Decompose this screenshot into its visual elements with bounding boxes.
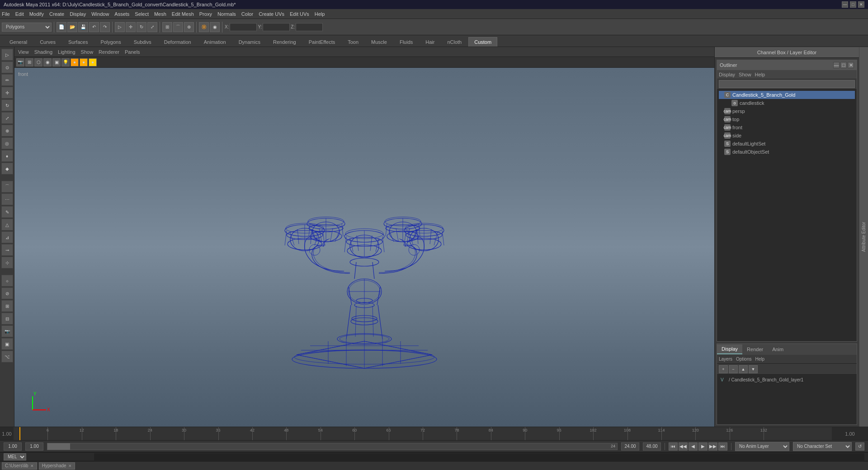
layer-delete-btn[interactable]: − <box>729 365 738 373</box>
redo-button[interactable]: ↷ <box>100 22 110 32</box>
layer-create-btn[interactable]: + <box>719 365 728 373</box>
tab-subdivs[interactable]: Subdivs <box>128 37 157 47</box>
ipr-button[interactable]: ◉ <box>210 22 220 32</box>
anim-layer-selector[interactable]: No Anim Layer <box>735 442 789 451</box>
cluster-btn[interactable]: ◆ <box>1 163 13 174</box>
menu-edit-mesh[interactable]: Edit Mesh <box>172 11 194 17</box>
outliner-close-btn[interactable]: ✕ <box>848 62 854 68</box>
taskbar-item-hypershade[interactable]: Hypershade ✕ <box>39 462 75 470</box>
vp-light1-btn[interactable]: ● <box>71 58 79 66</box>
menu-assets[interactable]: Assets <box>114 11 129 17</box>
move-tool-button[interactable]: ✛ <box>126 22 136 32</box>
open-file-button[interactable]: 📂 <box>67 22 77 32</box>
render-view-btn[interactable]: ▣ <box>1 338 13 350</box>
vp-light-btn[interactable]: 💡 <box>61 58 70 66</box>
vp-menu-lighting[interactable]: Lighting <box>58 49 75 55</box>
taskbar-lib-close[interactable]: ✕ <box>30 464 34 468</box>
vp-light2-btn[interactable]: ● <box>80 58 88 66</box>
layer-tab-render[interactable]: Render <box>742 345 768 354</box>
vp-smooth-btn[interactable]: ◉ <box>43 58 52 66</box>
pencil-btn[interactable]: ✎ <box>1 206 13 218</box>
rotate-tool-button[interactable]: ↻ <box>137 22 146 32</box>
close-button[interactable]: ✕ <box>858 1 864 8</box>
menu-edit[interactable]: Edit <box>15 11 24 17</box>
step-back-btn[interactable]: ◀◀ <box>679 442 688 451</box>
menu-create[interactable]: Create <box>49 11 64 17</box>
mini-timeline-track[interactable]: 24 <box>47 443 618 450</box>
tab-animation[interactable]: Animation <box>198 37 232 47</box>
menu-create-uvs[interactable]: Create UVs <box>259 11 284 17</box>
script-editor-btn[interactable]: ⌥ <box>1 351 13 362</box>
three-pt-btn[interactable]: △ <box>1 219 13 230</box>
menu-select[interactable]: Select <box>135 11 149 17</box>
taskbar-hypershade-close[interactable]: ✕ <box>68 464 72 468</box>
show-manipulator-btn[interactable]: ⟐ <box>1 275 13 287</box>
tab-fluids[interactable]: Fluids <box>394 37 419 47</box>
vp-menu-shading[interactable]: Shading <box>34 49 52 55</box>
vp-menu-view[interactable]: View <box>18 49 29 55</box>
scale-btn[interactable]: ⤢ <box>1 112 13 124</box>
camera-btn[interactable]: 📷 <box>1 325 13 337</box>
outliner-item-5[interactable]: camside <box>719 132 855 140</box>
current-frame-input[interactable] <box>25 442 43 451</box>
outliner-minimize-btn[interactable]: — <box>833 62 840 68</box>
tab-hair[interactable]: Hair <box>420 37 440 47</box>
rotate-btn[interactable]: ↻ <box>1 99 13 111</box>
menu-edit-uvs[interactable]: Edit UVs <box>290 11 309 17</box>
joint-btn[interactable]: ⊸ <box>1 244 13 256</box>
layer-move-down-btn[interactable]: ▼ <box>749 365 758 373</box>
tab-rendering[interactable]: Rendering <box>267 37 302 47</box>
menu-mesh[interactable]: Mesh <box>154 11 166 17</box>
isolate-btn[interactable]: ⊞ <box>1 300 13 312</box>
snap-grid-button[interactable]: ⊞ <box>162 22 172 32</box>
mode-selector[interactable]: Polygons Object Mode Component Mode <box>2 23 52 32</box>
tab-polygons[interactable]: Polygons <box>94 37 127 47</box>
y-input[interactable] <box>263 23 290 31</box>
tab-general[interactable]: General <box>4 37 33 47</box>
command-input[interactable] <box>96 454 863 459</box>
snap-point-button[interactable]: ⊕ <box>184 22 194 32</box>
x-input[interactable] <box>230 23 257 31</box>
layer-sub-layers[interactable]: Layers <box>719 357 732 362</box>
viewport-canvas[interactable]: front .wire { fill: none; stroke: #1a2aa… <box>14 68 714 427</box>
sculpt-btn[interactable]: ♦ <box>1 150 13 162</box>
paint-btn[interactable]: ✏ <box>1 74 13 86</box>
outliner-menu-help[interactable]: Help <box>755 72 765 77</box>
outliner-item-3[interactable]: camtop <box>719 115 855 123</box>
script-type-selector[interactable]: MEL Python <box>4 453 26 461</box>
tab-deformation[interactable]: Deformation <box>158 37 197 47</box>
new-file-button[interactable]: 📄 <box>57 22 66 32</box>
play-btn[interactable]: ▶ <box>698 442 708 451</box>
outliner-search-input[interactable] <box>719 80 855 88</box>
layer-sub-help[interactable]: Help <box>755 357 764 362</box>
menu-proxy[interactable]: Proxy <box>199 11 212 17</box>
menu-file[interactable]: File <box>2 11 10 17</box>
taskbar-item-lib[interactable]: C:\Users\lib ✕ <box>2 462 37 470</box>
scale-tool-button[interactable]: ⤢ <box>147 22 157 32</box>
lasso-btn[interactable]: ⊙ <box>1 61 13 73</box>
menu-help[interactable]: Help <box>315 11 325 17</box>
go-end-btn[interactable]: ⏭ <box>718 442 727 451</box>
vp-menu-show[interactable]: Show <box>81 49 94 55</box>
menu-color[interactable]: Color <box>241 11 253 17</box>
minimize-button[interactable]: — <box>842 1 848 8</box>
tab-toon[interactable]: Toon <box>342 37 364 47</box>
render-button[interactable]: 🔆 <box>199 22 209 32</box>
outliner-item-1[interactable]: ocandlestick <box>719 99 855 107</box>
undo-button[interactable]: ↶ <box>89 22 99 32</box>
outliner-restore-btn[interactable]: □ <box>840 62 847 68</box>
select-btn[interactable]: ▷ <box>1 49 13 61</box>
tab-dynamics[interactable]: Dynamics <box>233 37 266 47</box>
layer-tab-display[interactable]: Display <box>717 344 742 354</box>
z-input[interactable] <box>296 23 323 31</box>
grid-btn[interactable]: ⊟ <box>1 313 13 324</box>
tab-ncloth[interactable]: nCloth <box>441 37 467 47</box>
vp-menu-renderer[interactable]: Renderer <box>99 49 119 55</box>
vp-frame-all-btn[interactable]: ⊞ <box>25 58 33 66</box>
tab-custom[interactable]: Custom <box>468 37 497 47</box>
select-tool-button[interactable]: ▷ <box>115 22 125 32</box>
vp-light3-btn[interactable]: ● <box>89 58 97 66</box>
vp-menu-panels[interactable]: Panels <box>125 49 140 55</box>
layer-sub-options[interactable]: Options <box>736 357 751 362</box>
tab-muscle[interactable]: Muscle <box>365 37 393 47</box>
